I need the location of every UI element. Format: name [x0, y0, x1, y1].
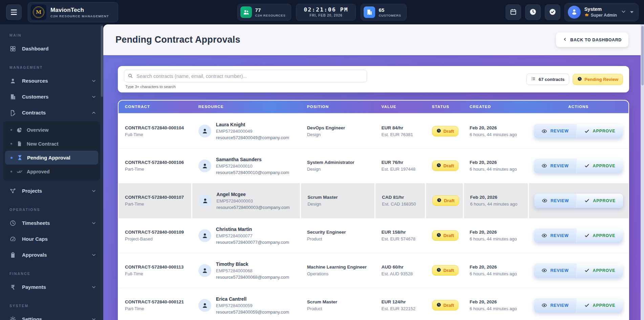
approve-button[interactable]: APPROVE: [576, 124, 623, 138]
sidebar-subitem-overview[interactable]: Overview: [5, 123, 98, 137]
clock-button[interactable]: [525, 4, 541, 20]
review-button[interactable]: REVIEW: [534, 124, 576, 138]
clock-icon: [9, 220, 16, 227]
chevron-down-icon: [91, 188, 96, 194]
position-department: Product: [307, 306, 375, 311]
clock-date: FRI, FEB 20, 2026: [304, 14, 348, 17]
approve-button[interactable]: APPROVE: [576, 229, 623, 243]
file-plus-icon: [17, 141, 22, 147]
approve-button[interactable]: APPROVE: [576, 194, 623, 208]
resource-name: Laura Knight: [216, 122, 289, 127]
chevron-down-icon: [91, 78, 96, 84]
col-contract: CONTRACT: [119, 101, 192, 113]
sidebar-item-customers[interactable]: Customers: [0, 89, 103, 105]
bullet-dot: [10, 171, 12, 172]
search-hint: Type 3+ characters to search: [125, 85, 367, 89]
sidebar-subitem-new-contract[interactable]: New Contract: [5, 137, 98, 151]
resources-label: C2H RESOURCES: [255, 14, 286, 17]
chevron-down-icon: [91, 94, 96, 100]
sidebar-subitem-pending-approval[interactable]: Pending Approval: [5, 151, 98, 165]
position-department: Operations: [307, 271, 375, 276]
brand-title: MavionTech: [50, 7, 109, 14]
sidebar-item-timesheets[interactable]: Timesheets: [0, 215, 103, 231]
sidebar-item-projects[interactable]: Projects: [0, 183, 103, 199]
contract-type: Part-Time: [125, 167, 192, 172]
eye-icon: [541, 302, 547, 308]
created-ago: 6 hours, 44 minutes ago: [470, 132, 529, 137]
check-icon: [584, 198, 590, 204]
resource-employee-id: EMP57284000049: [216, 129, 289, 134]
contract-estimate: Est. CAD 168350: [382, 201, 425, 207]
status-badge: Draft: [432, 230, 459, 241]
resource-name: Timothy Black: [216, 261, 289, 267]
user-name: System: [584, 6, 617, 12]
contract-row[interactable]: CONTRACT-572840-000104Full-Time Laura Kn…: [119, 113, 628, 148]
review-button[interactable]: REVIEW: [534, 194, 576, 208]
sidebar-item-dashboard[interactable]: Dashboard: [0, 41, 103, 57]
clock-widget: 02:21:06 PM FRI, FEB 20, 2026: [296, 4, 356, 21]
search-input[interactable]: [124, 70, 367, 82]
col-resource: RESOURCE: [192, 101, 301, 113]
contract-estimate: Est. EUR 76381: [382, 132, 426, 137]
review-button[interactable]: REVIEW: [534, 229, 576, 243]
hamburger-menu-button[interactable]: [6, 4, 22, 20]
topbar: M MavionTech C2H RESOURCE MANAGEMENT 77 …: [0, 0, 644, 24]
main-scrollbar-thumb[interactable]: [641, 26, 644, 85]
position-department: Product: [307, 236, 375, 241]
review-button[interactable]: REVIEW: [534, 263, 576, 278]
status-badge: Draft: [432, 195, 459, 206]
contract-row[interactable]: CONTRACT-572840-000106Part-Time Samantha…: [119, 148, 628, 183]
contract-row[interactable]: CONTRACT-572840-000109Project-Based Chri…: [119, 218, 628, 253]
resource-avatar: [198, 264, 211, 277]
approve-button[interactable]: APPROVE: [576, 159, 623, 173]
contract-number: CONTRACT-572840-000104: [125, 125, 192, 130]
back-to-dashboard-button[interactable]: BACK TO DASHBOARD: [556, 33, 628, 47]
contract-row[interactable]: CONTRACT-572840-000107Part-Time Angel Mc…: [119, 183, 628, 218]
sidebar-item-resources[interactable]: Resources: [0, 73, 103, 89]
user-avatar: [568, 6, 581, 19]
grid-icon: [9, 45, 16, 52]
approve-button[interactable]: APPROVE: [576, 298, 623, 313]
position-department: Design: [307, 167, 375, 172]
clock-badge-icon: [436, 128, 441, 134]
resource-email: resource5728400059@company.com: [216, 310, 289, 315]
approve-button[interactable]: APPROVE: [576, 263, 623, 278]
contract-number: CONTRACT-572840-000109: [125, 230, 192, 235]
created-date: Feb 20, 2026: [470, 299, 529, 304]
contract-row[interactable]: CONTRACT-572840-000121Part-Time Erica Ca…: [119, 288, 628, 320]
sidebar-item-payments[interactable]: ₹Payments: [0, 279, 103, 295]
tasks-done-button[interactable]: [545, 4, 560, 20]
user-menu[interactable]: System Super Admin: [564, 3, 639, 21]
resource-email: resource5728400049@company.com: [216, 135, 289, 140]
calendar-button[interactable]: [506, 4, 521, 20]
eye-icon: [541, 163, 547, 169]
resource-employee-id: EMP57284000059: [216, 303, 289, 308]
sidebar-item-approvals[interactable]: Approvals: [0, 247, 103, 263]
calendar-icon: [510, 8, 517, 17]
search-toolbar: Type 3+ characters to search 67 contract…: [118, 66, 629, 92]
sidebar-item-hour-caps[interactable]: Hour Caps: [0, 231, 103, 247]
status-badge: Draft: [432, 126, 459, 136]
resource-email: resource5728400010@company.com: [216, 170, 289, 175]
contract-estimate: Est. EUR 574678: [382, 236, 426, 241]
resource-name: Erica Cantrell: [216, 296, 289, 302]
sidebar-scrollbar-thumb[interactable]: [101, 26, 103, 97]
resource-avatar: [198, 159, 211, 172]
review-button[interactable]: REVIEW: [534, 159, 576, 173]
users-icon: [240, 6, 252, 18]
resources-count: 77: [255, 7, 286, 13]
bullet-dot: [10, 143, 12, 145]
contract-row[interactable]: CONTRACT-572840-000113Full-Time Timothy …: [119, 253, 628, 288]
clock-badge-icon: [577, 77, 582, 82]
contract-type: Part-Time: [125, 201, 191, 207]
sidebar-subitem-approved[interactable]: Approved: [5, 165, 98, 178]
review-button[interactable]: REVIEW: [534, 298, 576, 313]
brand-lockup: M MavionTech C2H RESOURCE MANAGEMENT: [28, 2, 118, 22]
resource-employee-id: EMP57284000003: [216, 198, 289, 204]
sidebar-item-settings[interactable]: Settings: [0, 311, 103, 320]
sidebar-item-contracts[interactable]: Contracts: [0, 105, 103, 121]
resource-name: Angel Mcgee: [216, 192, 289, 197]
person-icon: [9, 78, 16, 84]
clock-time: 02:21:06 PM: [304, 6, 348, 13]
col-created: CREATED: [463, 101, 529, 113]
